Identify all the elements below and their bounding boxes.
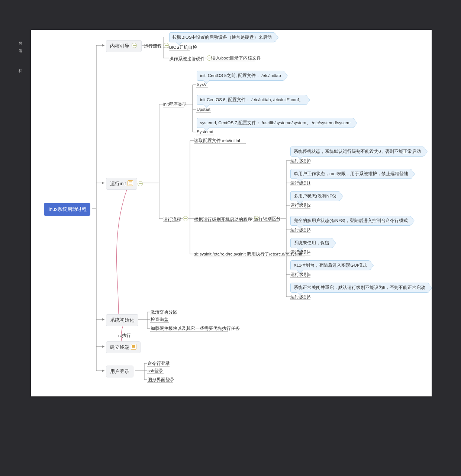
gutter-c: 杯 [19,68,27,74]
bubble-systemd[interactable]: systemd, CentOS 7,配置文件： /usr/lib/systemd… [197,118,354,128]
login-b[interactable]: ssh登录 [148,368,163,374]
collapse-icon[interactable] [183,216,188,221]
init-sysinit-line[interactable]: si::sysinit:/etc/rc.d/rc.sysinit 调用执行了/e… [194,251,302,257]
left-gutter: 另 酒 杯 [19,41,27,76]
branch-login[interactable]: 用户登录 [106,366,133,377]
bubble-rl6[interactable]: 系统正常关闭并重启，默认运行级别不能设为6，否则不能正常启动 [290,283,429,293]
gutter-a: 另 [19,41,27,46]
note-icon[interactable] [128,180,133,186]
kernel-flow[interactable]: 运行流程 [144,43,170,49]
collapse-icon[interactable] [164,43,169,48]
runlevel-diff[interactable]: 运行级别区分 [254,216,281,222]
bubble-rl2[interactable]: 多用户状态(没有NFS) [290,191,340,201]
branch-kernel[interactable]: 内核引导 [106,40,142,52]
kernel-hw[interactable]: 操作系统接管硬件 [169,55,213,62]
root-label: linux系统启动过程 [48,206,87,212]
sysinit-b[interactable]: 检查磁盘 [151,317,168,322]
sysinit-c[interactable]: 加载硬件模块以及其它一些需要优先执行任务 [151,326,240,331]
bubble-rl0[interactable]: 系统停机状态，系统默认运行级别不能设为0，否则不能正常启动 [290,147,424,157]
branch-sysinit[interactable]: 系统初始化 [106,314,138,326]
root-node[interactable]: linux系统启动过程 [44,203,90,216]
sysinit-rc[interactable]: rc执行 [118,333,131,338]
init-flow[interactable]: 运行流程 [163,216,189,222]
mindmap-canvas[interactable]: linux系统启动过程 内核引导 运行init 系统初始化 建立终端 用户登录 … [31,30,432,396]
bubble-rl4[interactable]: 系统未使用，保留 [290,238,333,248]
sysinit-a[interactable]: 激活交换分区 [151,309,177,315]
collapse-icon[interactable] [138,181,143,186]
collapse-icon[interactable] [132,43,137,48]
bubble-rl3[interactable]: 完全的多用户状态(有NFS)，登陆后进入控制台命令行模式 [290,216,411,226]
bubble-upstart[interactable]: init,CentOS 6, 配置文件： /etc/inittab, /etc/… [197,95,307,105]
bubble-rl1[interactable]: 单用户工作状态，root权限，用于系统维护，禁止远程登陆 [290,169,412,179]
connectors [31,30,432,396]
note-icon[interactable] [131,344,136,350]
bubble-bios[interactable]: 按照BIOS中设置的启动设备（通常是硬盘）来启动 [169,32,275,42]
page: 另 酒 杯 [0,0,461,476]
init-types[interactable]: init程序类型 [163,102,187,107]
init-readcfg[interactable]: 读取配置文件 /etc/inittab [194,138,242,144]
login-a[interactable]: 命令行登录 [148,361,170,366]
bubble-rl5[interactable]: X11控制台，登陆后进入图形GUI模式 [290,260,370,270]
login-c[interactable]: 图形界面登录 [148,377,174,383]
branch-terminal[interactable]: 建立终端 [106,341,141,353]
bubble-sysv[interactable]: init, CentOS 5之前, 配置文件： /etc/inittab [197,71,284,81]
kernel-boot[interactable]: 读入/boot目录下内核文件 [211,55,261,61]
gutter-b: 酒 [19,48,27,54]
branch-init[interactable]: 运行init [106,178,137,190]
init-byrl[interactable]: 根据运行级别开机启动的程序 [194,216,260,222]
kernel-bios[interactable]: BIOS开机自检 [169,45,197,50]
